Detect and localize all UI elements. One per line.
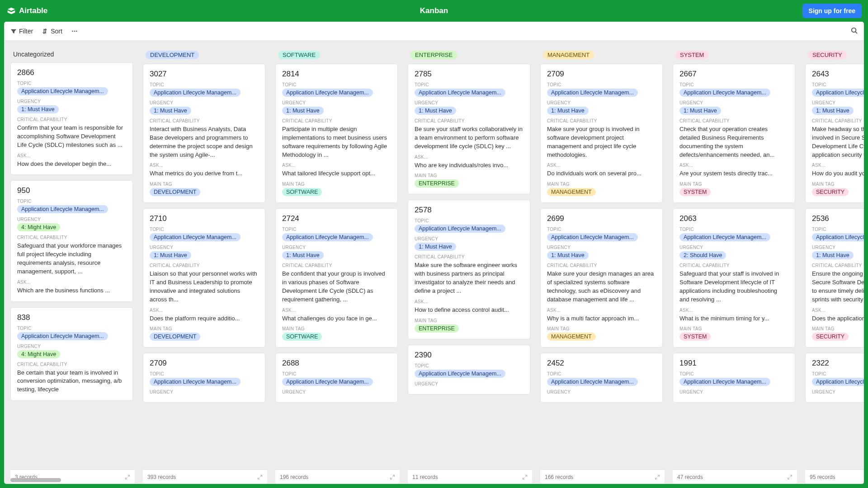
airtable-logo-icon: [6, 6, 16, 16]
column-cards[interactable]: 3027 TOPIC Application Lifecycle Managem…: [143, 64, 267, 408]
filter-button[interactable]: Filter: [10, 28, 33, 35]
signup-button[interactable]: Sign up for free: [802, 4, 862, 18]
sort-icon: [42, 28, 48, 34]
expand-icon[interactable]: [390, 474, 395, 480]
field-label-topic: TOPIC: [547, 227, 656, 232]
topic-pill: Application Lifecycle Managem...: [17, 205, 108, 213]
column-title-pill: MANAGEMENT: [543, 51, 594, 59]
capability-text: Make sure your design manages an area of…: [547, 270, 656, 304]
column-cards[interactable]: 2667 TOPIC Application Lifecycle Managem…: [673, 64, 797, 408]
field-label-urgency: URGENCY: [282, 245, 391, 250]
capability-text: Safeguard that your staff is involved in…: [679, 270, 788, 304]
kanban-card[interactable]: 2063 TOPIC Application Lifecycle Managem…: [673, 208, 795, 347]
field-label-urgency: URGENCY: [17, 99, 126, 104]
column-cards[interactable]: 2814 TOPIC Application Lifecycle Managem…: [275, 64, 400, 408]
sort-button[interactable]: Sort: [42, 28, 62, 35]
column-footer: 95 records: [805, 469, 864, 484]
column-header: DEVELOPMENT: [143, 47, 267, 64]
field-label-tag: MAIN TAG: [812, 182, 864, 187]
expand-icon[interactable]: [522, 474, 528, 480]
kanban-card[interactable]: 2536 TOPIC Application Lifecycle Managem…: [805, 208, 864, 347]
kanban-card[interactable]: 2699 TOPIC Application Lifecycle Managem…: [540, 208, 663, 347]
urgency-pill: 1: Must Have: [150, 107, 191, 115]
kanban-card[interactable]: 2785 TOPIC Application Lifecycle Managem…: [408, 64, 530, 194]
kanban-card[interactable]: 1991 TOPIC Application Lifecycle Managem…: [673, 353, 795, 403]
expand-icon[interactable]: [257, 474, 263, 480]
svg-line-4: [855, 32, 857, 33]
sort-label: Sort: [51, 28, 62, 35]
field-label-capability: CRITICAL CAPABILITY: [17, 235, 126, 240]
main-tag-pill: SYSTEM: [679, 188, 711, 196]
kanban-card[interactable]: 2452 TOPIC Application Lifecycle Managem…: [540, 353, 663, 403]
ask-text: Does the application security ensu...: [812, 314, 864, 323]
topic-pill: Application Lifecycle Managem...: [17, 87, 108, 95]
column-footer: 47 records: [673, 469, 797, 484]
card-id: 2536: [812, 214, 864, 223]
kanban-card[interactable]: 950 TOPIC Application Lifecycle Managem.…: [10, 180, 133, 301]
kanban-card[interactable]: 838 TOPIC Application Lifecycle Managem.…: [10, 307, 133, 401]
expand-icon[interactable]: [787, 474, 793, 480]
more-button[interactable]: [71, 28, 78, 34]
ask-text: Who are key individuals/roles invo...: [415, 161, 524, 170]
field-label-urgency: URGENCY: [17, 344, 126, 349]
expand-icon[interactable]: [655, 474, 660, 480]
field-label-capability: CRITICAL CAPABILITY: [17, 117, 126, 122]
ask-text: What metrics do you derive from t...: [150, 169, 259, 178]
record-count: 95 records: [810, 474, 835, 480]
card-id: 2063: [679, 214, 788, 223]
field-label-urgency: URGENCY: [17, 217, 126, 222]
kanban-card[interactable]: 2724 TOPIC Application Lifecycle Managem…: [275, 208, 398, 347]
column-footer: 196 records: [275, 469, 400, 484]
field-label-urgency: URGENCY: [547, 389, 656, 394]
kanban-card[interactable]: 2814 TOPIC Application Lifecycle Managem…: [275, 64, 398, 203]
kanban-card[interactable]: 2709 TOPIC Application Lifecycle Managem…: [143, 353, 265, 403]
field-label-topic: TOPIC: [17, 199, 126, 204]
kanban-card[interactable]: 2866 TOPIC Application Lifecycle Managem…: [10, 62, 133, 175]
record-count: 393 records: [147, 474, 176, 480]
ask-text: Does the platform require additio...: [150, 314, 259, 323]
record-count: 196 records: [280, 474, 308, 480]
kanban-card[interactable]: 2578 TOPIC Application Lifecycle Managem…: [408, 200, 530, 339]
topic-pill: Application Lifecycle Managem...: [679, 378, 770, 386]
column-cards[interactable]: 2785 TOPIC Application Lifecycle Managem…: [408, 64, 532, 400]
kanban-card[interactable]: 2709 TOPIC Application Lifecycle Managem…: [540, 64, 663, 203]
kanban-card[interactable]: 2643 TOPIC Application Lifecycle Managem…: [805, 64, 864, 203]
kanban-card[interactable]: 2667 TOPIC Application Lifecycle Managem…: [673, 64, 795, 203]
kanban-column: SECURITY 2643 TOPIC Application Lifecycl…: [805, 47, 864, 484]
kanban-card[interactable]: 2322 TOPIC Application Lifecycle Managem…: [805, 353, 864, 403]
kanban-card[interactable]: 2688 TOPIC Application Lifecycle Managem…: [275, 353, 398, 403]
kanban-card[interactable]: 2710 TOPIC Application Lifecycle Managem…: [143, 208, 265, 347]
column-cards[interactable]: 2643 TOPIC Application Lifecycle Managem…: [805, 64, 864, 408]
main-tag-pill: MANAGEMENT: [547, 188, 596, 196]
topic-pill: Application Lifecycle Managem...: [150, 89, 241, 97]
brand[interactable]: Airtable: [6, 6, 47, 16]
horizontal-scrollbar[interactable]: [10, 478, 61, 482]
kanban-card[interactable]: 3027 TOPIC Application Lifecycle Managem…: [143, 64, 265, 203]
column-title-pill: ENTERPRISE: [410, 51, 457, 59]
capability-text: Interact with Business Analysts, Data Ba…: [150, 125, 259, 159]
urgency-pill: 1: Must Have: [679, 107, 721, 115]
ask-text: What is the minimum timing for y...: [679, 314, 788, 323]
card-id: 2688: [282, 359, 391, 368]
field-label-topic: TOPIC: [679, 82, 788, 87]
field-label-ask: ASK...: [150, 308, 259, 313]
ask-text: Do individuals work on several pro...: [547, 169, 656, 178]
expand-icon[interactable]: [125, 474, 130, 480]
column-cards[interactable]: 2709 TOPIC Application Lifecycle Managem…: [540, 64, 665, 408]
field-label-topic: TOPIC: [679, 371, 788, 376]
main-tag-pill: DEVELOPMENT: [150, 188, 200, 196]
urgency-pill: 2: Should Have: [679, 251, 726, 259]
record-count: 11 records: [412, 474, 438, 480]
kanban-card[interactable]: 2390 TOPIC Application Lifecycle Managem…: [408, 345, 530, 394]
capability-text: Liaison so that your personnel works wit…: [150, 270, 259, 304]
field-label-capability: CRITICAL CAPABILITY: [415, 254, 524, 259]
column-header: ENTERPRISE: [408, 47, 532, 64]
urgency-pill: 1: Must Have: [812, 251, 854, 259]
field-label-tag: MAIN TAG: [415, 318, 524, 323]
topic-pill: Application Lifecycle Managem...: [547, 233, 638, 241]
field-label-ask: ASK...: [679, 308, 788, 313]
column-cards[interactable]: 2866 TOPIC Application Lifecycle Managem…: [10, 62, 135, 406]
search-button[interactable]: [851, 27, 858, 35]
field-label-topic: TOPIC: [150, 371, 259, 376]
card-id: 2322: [812, 359, 864, 368]
